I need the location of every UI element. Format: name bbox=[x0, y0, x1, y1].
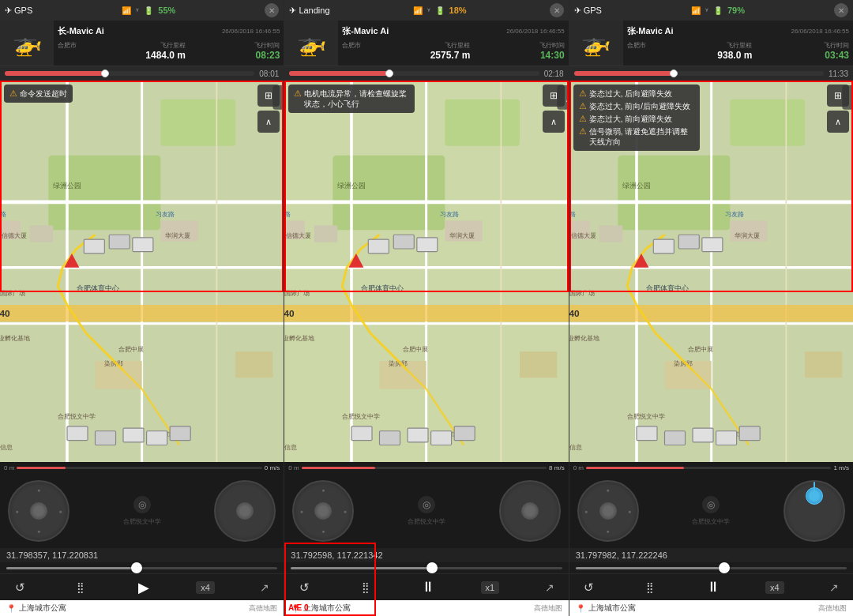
time-value-3: 03:43 bbox=[825, 50, 849, 61]
svg-rect-75 bbox=[408, 428, 428, 442]
signal2-icon-3: ᵞ bbox=[705, 6, 708, 15]
drone-thumb-2: 🚁 bbox=[284, 21, 338, 66]
speed-badge-1[interactable]: x4 bbox=[196, 581, 215, 594]
drone-thumb-3: 🚁 bbox=[569, 21, 623, 66]
location-pin-2: 📍 bbox=[291, 604, 300, 613]
expand-btn-2[interactable]: ∧ bbox=[543, 111, 565, 133]
share-btn-1[interactable]: ↗ bbox=[255, 578, 274, 597]
location-pin-1: 📍 bbox=[6, 604, 16, 613]
svg-rect-9 bbox=[0, 305, 284, 321]
expand-btn-3[interactable]: ∧ bbox=[827, 111, 849, 133]
right-joystick-1[interactable] bbox=[214, 480, 276, 542]
top-bar-1: ✈ GPS 📶 ᵞ 🔋 55% ✕ bbox=[0, 0, 284, 21]
dist-value-1: 1484.0 m bbox=[145, 50, 186, 61]
alt-label-3: 0 m bbox=[573, 464, 584, 471]
close-btn-1[interactable]: ✕ bbox=[265, 3, 279, 17]
speed-badge-2[interactable]: x1 bbox=[481, 581, 500, 594]
drone-thumb-1: 🚁 bbox=[0, 21, 54, 66]
seek-bar-3[interactable] bbox=[569, 562, 853, 573]
svg-text:华润大厦: 华润大厦 bbox=[450, 232, 475, 239]
signal-icon-1: 📶 bbox=[122, 6, 131, 15]
flight-date-3: 26/06/2018 16:46:55 bbox=[791, 28, 849, 35]
close-btn-2[interactable]: ✕ bbox=[550, 3, 564, 17]
left-joystick-3[interactable]: ● ● ● ● bbox=[577, 480, 639, 542]
alert-text-3-0: 姿态过大, 后向避障失效 bbox=[589, 88, 673, 99]
gps-icon-1: ✈ GPS bbox=[5, 6, 32, 16]
share-btn-2[interactable]: ↗ bbox=[540, 578, 559, 597]
pair-btn-3[interactable]: ⣿ bbox=[640, 577, 660, 598]
drone-name-1: 长-Mavic Ai bbox=[58, 25, 104, 37]
alert-text-2-0: 电机电流异常，请检查螺旋桨状态，小心飞行 bbox=[304, 88, 409, 109]
location-bar-2: 📍 上海城市公寓 高德地图 bbox=[284, 600, 568, 616]
panel-3: ✈ GPS 📶 ᵞ 🔋 79% ✕ 🚁 张-Mavic Ai 26/06/201… bbox=[569, 0, 853, 616]
loop-btn-2[interactable]: ↺ bbox=[294, 577, 314, 598]
svg-text:绿洲公园: 绿洲公园 bbox=[338, 181, 366, 190]
left-joystick-1[interactable]: ● ● ● ● bbox=[8, 480, 70, 542]
svg-text:绿洲公园: 绿洲公园 bbox=[53, 181, 81, 190]
time-label-2: 飞行时间 bbox=[539, 41, 565, 50]
alert-icon-3-0: ⚠ bbox=[579, 88, 587, 99]
loc-icon-1[interactable]: ◎ bbox=[133, 496, 151, 513]
drone-name-2: 张-Mavic Ai bbox=[342, 25, 389, 37]
svg-text:合肥悦文中学: 合肥悦文中学 bbox=[342, 413, 380, 420]
alert-icon-3-2: ⚠ bbox=[579, 114, 587, 124]
pair-btn-2[interactable]: ⣿ bbox=[355, 577, 376, 598]
flight-bar-2: 🚁 张-Mavic Ai 26/06/2018 16:46:55 合肥市 飞行里… bbox=[284, 21, 568, 66]
loc-icon-3[interactable]: ◎ bbox=[702, 496, 720, 513]
loc-icon-2[interactable]: ◎ bbox=[418, 496, 435, 513]
timeline-label-3: 11:33 bbox=[829, 69, 848, 78]
alert-icon-3-3: ⚠ bbox=[579, 126, 587, 137]
play-btn-3[interactable]: ⏸ bbox=[701, 576, 725, 599]
dist-label-2: 飞行里程 bbox=[445, 41, 470, 50]
gps-icon-2: ✈ Landing bbox=[289, 6, 329, 16]
top-bar-3: ✈ GPS 📶 ᵞ 🔋 79% ✕ bbox=[569, 0, 853, 21]
left-controls-2: ● ● ● ● bbox=[292, 480, 354, 542]
center-controls-2: ◎ 合肥悦文中学 bbox=[408, 496, 445, 526]
svg-text:创业孵化基地: 创业孵化基地 bbox=[284, 335, 314, 342]
right-controls-3 bbox=[783, 480, 845, 542]
right-joystick-3[interactable] bbox=[783, 480, 845, 542]
speed-badge-3[interactable]: x4 bbox=[765, 581, 784, 594]
svg-text:合肥体育中心: 合肥体育中心 bbox=[361, 284, 404, 292]
svg-text:G40: G40 bbox=[284, 308, 295, 319]
coords-bar-3: 31.797982, 117.222246 bbox=[569, 548, 853, 562]
map-outer-3: G40 绿洲公园 信德大厦 华润大厦 西湖国际广场 合肥体育中心 创业孵化基地 … bbox=[569, 81, 853, 473]
share-btn-3[interactable]: ↗ bbox=[825, 578, 844, 597]
seek-bar-2[interactable] bbox=[284, 562, 568, 573]
svg-rect-12 bbox=[30, 225, 54, 242]
drone-icon-2: 🚁 bbox=[297, 29, 326, 57]
close-btn-3[interactable]: ✕ bbox=[834, 3, 848, 17]
layer-btn-2[interactable]: ⊞ bbox=[543, 85, 565, 107]
svg-rect-112 bbox=[701, 238, 722, 252]
loop-btn-1[interactable]: ↺ bbox=[9, 577, 30, 598]
battery-icon-3: 🔋 bbox=[713, 6, 723, 15]
controls-2: ● ● ● ● ◎ 合肥悦文中学 bbox=[284, 473, 568, 548]
right-controls-2 bbox=[499, 480, 561, 542]
play-btn-2[interactable]: ⏸ bbox=[416, 576, 440, 599]
pair-btn-1[interactable]: ⣿ bbox=[70, 577, 91, 598]
top-bar-2: ✈ Landing 📶 ᵞ 🔋 18% ✕ bbox=[284, 0, 568, 21]
layer-btn-1[interactable]: ⊞ bbox=[257, 85, 280, 107]
svg-text:信德大厦: 信德大厦 bbox=[286, 232, 311, 239]
alt-speed-1: 0 m/s bbox=[265, 464, 280, 471]
panel-1: ✈ GPS 📶 ᵞ 🔋 55% ✕ 🚁 长-Mavic Ai 26/06/201… bbox=[0, 0, 284, 616]
svg-rect-35 bbox=[123, 428, 144, 442]
svg-text:西湖国际广场: 西湖国际广场 bbox=[569, 290, 595, 297]
right-joystick-2[interactable] bbox=[499, 480, 561, 542]
play-btn-1[interactable]: ▶ bbox=[132, 576, 156, 599]
loop-btn-3[interactable]: ↺ bbox=[579, 577, 599, 598]
left-joystick-2[interactable]: ● ● ● ● bbox=[292, 480, 354, 542]
svg-text:合肥中展: 合肥中展 bbox=[688, 346, 713, 353]
center-label-1: 合肥悦文中学 bbox=[123, 517, 161, 526]
svg-rect-81 bbox=[618, 156, 730, 231]
battery-level-3: 79% bbox=[727, 6, 745, 15]
seek-bar-1[interactable] bbox=[0, 562, 284, 573]
svg-text:G40: G40 bbox=[0, 308, 10, 319]
alert-text-1-0: 命令发送超时 bbox=[20, 88, 67, 99]
signal2-icon-1: ᵞ bbox=[136, 6, 139, 15]
playback-row-1: ↺ ⣿ ▶ x4 ↗ bbox=[0, 573, 284, 600]
expand-btn-1[interactable]: ∧ bbox=[257, 111, 280, 133]
map-outer-1: G40 绿洲公园 信德大厦 华润大厦 西湖国际广场 合肥体育中心 创业孵化基地 … bbox=[0, 81, 284, 473]
city-label-1: 合肥市 bbox=[58, 41, 77, 50]
layer-btn-3[interactable]: ⊞ bbox=[827, 85, 849, 107]
